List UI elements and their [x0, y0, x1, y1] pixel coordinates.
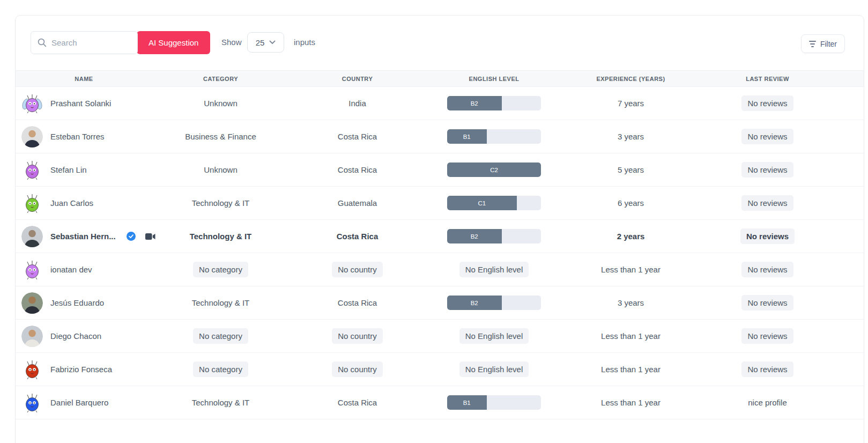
table-row[interactable]: Fabrizio Fonseca No category No country … [16, 353, 864, 386]
person-name[interactable]: Juan Carlos [50, 198, 93, 208]
category-value: Technology & IT [192, 198, 250, 208]
english-level-label: B1 [463, 400, 471, 406]
column-header-last-review[interactable]: LAST REVIEW [699, 76, 836, 82]
experience-value: Less than 1 year [601, 265, 661, 274]
table-row[interactable]: Prashant Solanki Unknown India [16, 87, 864, 120]
avatar[interactable] [21, 292, 43, 314]
avatar[interactable] [21, 193, 43, 214]
avatar[interactable] [21, 126, 43, 147]
inputs-label: inputs [294, 38, 315, 47]
search-icon [38, 38, 47, 47]
country-cell: No country [289, 328, 426, 344]
category-cell: No category [152, 361, 289, 377]
column-header-country[interactable]: COUNTRY [289, 76, 426, 82]
country-cell: Costa Rica [289, 165, 426, 174]
ai-suggestion-button[interactable]: AI Suggestion [137, 31, 210, 54]
person-name[interactable]: Esteban Torres [50, 132, 105, 141]
name-cell: Stefan Lin [16, 159, 152, 181]
filter-button[interactable]: Filter [801, 34, 845, 53]
experience-cell: Less than 1 year [562, 265, 699, 274]
column-header-category[interactable]: CATEGORY [152, 76, 289, 82]
verified-badge-icon [127, 232, 136, 241]
name-cell: Sebastian Hern... [16, 226, 152, 247]
category-cell: No category [152, 262, 289, 277]
country-value: Costa Rica [338, 132, 377, 141]
person-name[interactable]: Fabrizio Fonseca [50, 365, 112, 374]
country-value: Guatemala [338, 198, 377, 208]
english-level-bar: B2 [447, 229, 541, 243]
review-value: No reviews [741, 129, 793, 144]
table-row[interactable]: Daniel Barquero Technology & IT Costa Ri… [16, 386, 864, 419]
category-cell: Technology & IT [152, 298, 289, 307]
country-value: Costa Rica [338, 398, 377, 407]
country-value: Costa Rica [338, 165, 377, 174]
avatar[interactable] [21, 392, 43, 414]
table-row[interactable]: Juan Carlos Technology & IT Guatemala [16, 187, 864, 220]
category-value: No category [193, 328, 248, 344]
name-cell: Prashant Solanki [16, 93, 152, 114]
filter-button-label: Filter [820, 40, 837, 48]
category-cell: Technology & IT [152, 232, 289, 241]
table-row[interactable] [16, 419, 864, 443]
avatar[interactable] [21, 259, 43, 280]
country-value: No country [332, 262, 383, 277]
page-size-select[interactable]: 25 [247, 32, 284, 53]
experience-cell: 6 years [562, 198, 699, 208]
review-cell: No reviews [699, 162, 836, 178]
english-level-label: B1 [463, 134, 471, 140]
table-row[interactable]: Sebastian Hern... Technology & IT Costa … [16, 220, 864, 253]
review-cell: No reviews [699, 328, 836, 344]
english-level-cell: C2 [426, 163, 562, 177]
experience-cell: 2 years [562, 232, 699, 241]
english-level-cell: C1 [426, 196, 562, 210]
table-row[interactable]: Jesús Eduardo Technology & IT Costa Rica [16, 286, 864, 320]
category-value: Technology & IT [192, 398, 250, 407]
category-value: No category [193, 361, 248, 377]
experience-value: 3 years [618, 298, 644, 307]
review-value: No reviews [741, 95, 793, 111]
table-row[interactable]: Diego Chacon No category No country No E… [16, 320, 864, 353]
english-level-bar: B1 [447, 395, 541, 410]
table-row[interactable]: ionatan dev No category No country No En… [16, 253, 864, 286]
review-cell: No reviews [699, 95, 836, 111]
experience-value: Less than 1 year [601, 331, 661, 341]
table-row[interactable]: Esteban Torres Business & Finance Costa … [16, 120, 864, 153]
english-level-label: B2 [471, 100, 478, 107]
content-card: AI Suggestion Show 25 inputs Filter NAME… [15, 15, 864, 443]
english-level-value: No English level [459, 328, 529, 344]
avatar[interactable] [21, 93, 43, 114]
review-value: No reviews [741, 295, 793, 311]
person-name[interactable]: Diego Chacon [50, 331, 101, 341]
person-name[interactable]: Jesús Eduardo [50, 298, 104, 307]
category-cell: Unknown [152, 165, 289, 174]
avatar[interactable] [21, 326, 43, 347]
person-name[interactable]: Stefan Lin [50, 165, 87, 174]
country-value: Costa Rica [337, 232, 379, 241]
person-name[interactable]: Prashant Solanki [50, 99, 111, 108]
avatar[interactable] [21, 159, 43, 181]
column-header-name[interactable]: NAME [16, 76, 152, 82]
category-value: Technology & IT [190, 232, 252, 241]
avatar[interactable] [21, 359, 43, 380]
review-cell: No reviews [699, 262, 836, 277]
search-input[interactable] [31, 31, 138, 54]
name-cell: ionatan dev [16, 259, 152, 280]
experience-cell: 5 years [562, 165, 699, 174]
english-level-cell: B2 [426, 96, 562, 110]
english-level-label: B2 [471, 300, 478, 306]
experience-value: 2 years [617, 232, 645, 241]
avatar[interactable] [21, 226, 43, 247]
english-level-cell: B1 [426, 129, 562, 144]
name-cell: Esteban Torres [16, 126, 152, 147]
table-row[interactable]: Stefan Lin Unknown Costa Rica [16, 153, 864, 187]
column-header-english-level[interactable]: ENGLISH LEVEL [426, 76, 562, 82]
review-cell: No reviews [699, 129, 836, 144]
review-value: No reviews [740, 228, 795, 244]
person-name[interactable]: Daniel Barquero [50, 398, 108, 407]
review-value: No reviews [741, 328, 793, 344]
column-header-experience[interactable]: EXPERIENCE (YEARS) [562, 76, 699, 82]
review-value: No reviews [741, 162, 793, 178]
person-name[interactable]: Sebastian Hern... [50, 232, 116, 241]
country-cell: Guatemala [289, 198, 426, 208]
person-name[interactable]: ionatan dev [50, 265, 92, 274]
